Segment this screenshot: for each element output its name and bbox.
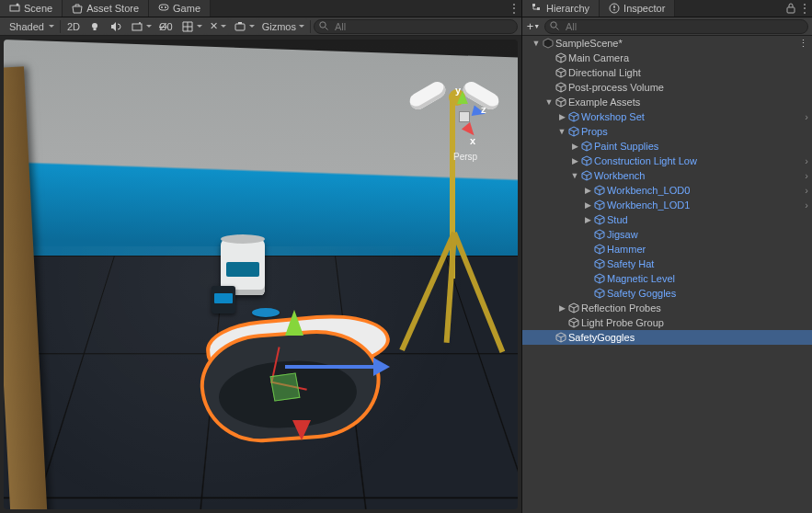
scene-viewport[interactable]: y z x Persp — [0, 36, 521, 513]
prefab-icon — [594, 214, 605, 225]
expand-arrow-icon[interactable]: ▶ — [570, 142, 579, 151]
hierarchy-item[interactable]: ▼Workbench› — [522, 168, 812, 183]
expand-arrow-icon[interactable]: ▶ — [570, 156, 579, 165]
tab-asset-store-label: Asset Store — [86, 3, 139, 14]
pane-menu-icon[interactable]: ⋮ — [507, 2, 521, 15]
gizmos-toggle[interactable]: Gizmos — [258, 18, 307, 35]
hierarchy-item-label: Directional Light — [568, 67, 641, 78]
hierarchy-item[interactable]: ▼Props — [522, 124, 812, 139]
enter-prefab-icon[interactable]: › — [805, 155, 812, 166]
hierarchy-item-label: Workbench — [594, 170, 645, 181]
grid-toggle[interactable] — [177, 18, 205, 35]
gameobject-icon — [555, 67, 566, 78]
hierarchy-item-label: Safety Goggles — [607, 288, 676, 299]
scene-safety-goggles[interactable] — [200, 314, 388, 448]
projection-label[interactable]: Persp — [453, 152, 477, 162]
orientation-gizmo[interactable]: y z x Persp — [437, 89, 492, 144]
scene-menu-icon[interactable]: ⋮ — [798, 38, 812, 50]
axis-cube-icon[interactable] — [459, 111, 470, 122]
hierarchy-item-label: Jigsaw — [607, 229, 638, 240]
scene-search-box[interactable] — [314, 19, 518, 34]
tab-hierarchy[interactable]: Hierarchy — [522, 0, 600, 17]
hierarchy-item[interactable]: ▶Reflection Probes — [522, 301, 812, 315]
hierarchy-item-label: Safety Hat — [607, 258, 654, 269]
hierarchy-item[interactable]: ▶Workbench_LOD1› — [522, 198, 812, 212]
hierarchy-tree[interactable]: ▼SampleScene*⋮▶Main Camera▶Directional L… — [522, 36, 812, 513]
prefab-icon — [594, 273, 605, 284]
hierarchy-item-label: Workshop Set — [581, 111, 645, 122]
hierarchy-item[interactable]: ▶Paint Supplies — [522, 139, 812, 154]
expand-arrow-icon[interactable]: ▼ — [532, 39, 541, 48]
tab-game-label: Game — [173, 3, 200, 14]
prefab-icon — [581, 155, 592, 166]
move-gizmo-y-icon[interactable] — [285, 310, 303, 336]
lighting-toggle[interactable] — [85, 18, 105, 35]
hierarchy-item-label: SafetyGoggles — [568, 332, 635, 343]
tools-toggle[interactable]: ✕ — [206, 18, 229, 35]
enter-prefab-icon[interactable]: › — [805, 111, 812, 122]
hierarchy-item-label: Stud — [607, 214, 628, 225]
enter-prefab-icon[interactable]: › — [805, 185, 812, 196]
hierarchy-item[interactable]: ▼Example Assets — [522, 95, 812, 109]
tab-game[interactable]: Game — [149, 0, 211, 17]
hierarchy-item[interactable]: ▶Stud — [522, 212, 812, 227]
store-icon — [72, 3, 83, 14]
hierarchy-item[interactable]: ▶Workshop Set› — [522, 109, 812, 124]
prefab-icon — [568, 111, 579, 122]
hierarchy-item[interactable]: ▶Workbench_LOD0› — [522, 183, 812, 198]
expand-arrow-icon[interactable]: ▼ — [544, 97, 554, 107]
expand-arrow-icon[interactable]: ▶ — [583, 186, 592, 195]
right-tabs: Hierarchy Inspector ⋮ — [522, 0, 812, 17]
prefab-icon — [594, 244, 605, 255]
gameobject-icon — [568, 302, 579, 314]
shading-mode-select[interactable]: Shaded — [4, 18, 57, 35]
move-gizmo-plane-icon[interactable] — [270, 372, 301, 401]
hierarchy-search-box[interactable] — [544, 19, 808, 34]
tools-icon: ✕ — [210, 20, 218, 32]
expand-arrow-icon[interactable]: ▼ — [557, 127, 566, 136]
lock-icon[interactable] — [784, 2, 797, 15]
hierarchy-item[interactable]: ▶Construction Light Low› — [522, 154, 812, 168]
gameobject-icon — [555, 52, 566, 63]
enter-prefab-icon[interactable]: › — [805, 200, 812, 211]
hidden-toggle[interactable]: Ø0 — [155, 18, 177, 35]
scene-search-input[interactable] — [335, 21, 513, 32]
camera-toggle[interactable] — [230, 18, 257, 35]
tab-scene[interactable]: Scene — [0, 0, 63, 17]
hierarchy-item-label: Paint Supplies — [594, 141, 658, 152]
hierarchy-item[interactable]: ▶Magnetic Level — [522, 271, 812, 286]
tab-asset-store[interactable]: Asset Store — [63, 0, 149, 17]
expand-arrow-icon[interactable]: ▶ — [583, 200, 592, 210]
expand-arrow-icon[interactable]: ▶ — [557, 112, 566, 121]
hierarchy-item[interactable]: ▶Safety Goggles — [522, 286, 812, 301]
tab-inspector[interactable]: Inspector — [600, 0, 675, 17]
hierarchy-item[interactable]: ▶Safety Hat — [522, 256, 812, 271]
hierarchy-item-label: Props — [581, 126, 608, 137]
audio-toggle[interactable] — [106, 18, 126, 35]
hierarchy-item[interactable]: ▶Light Probe Group — [522, 315, 812, 330]
hierarchy-item[interactable]: ▶Post-process Volume — [522, 80, 812, 95]
hierarchy-item[interactable]: ▶SafetyGoggles — [522, 330, 812, 345]
prefab-icon — [594, 288, 605, 299]
prefab-icon — [581, 170, 592, 181]
create-button[interactable]: +▼ — [526, 19, 541, 34]
hierarchy-item[interactable]: ▶Hammer — [522, 242, 812, 256]
pane-menu-icon[interactable]: ⋮ — [797, 2, 812, 15]
expand-arrow-icon[interactable]: ▼ — [570, 171, 579, 180]
fx-toggle[interactable] — [127, 18, 154, 35]
expand-arrow-icon[interactable]: ▶ — [583, 215, 592, 224]
hierarchy-search-input[interactable] — [566, 21, 804, 32]
hierarchy-item-label: SampleScene* — [555, 38, 623, 49]
hierarchy-item[interactable]: ▼SampleScene*⋮ — [522, 36, 812, 51]
move-gizmo-down-icon[interactable] — [292, 420, 311, 440]
gameobject-icon — [568, 317, 579, 328]
hierarchy-item[interactable]: ▶Main Camera — [522, 51, 812, 65]
hierarchy-item-label: Construction Light Low — [594, 155, 697, 166]
enter-prefab-icon[interactable]: › — [805, 170, 812, 181]
hierarchy-item[interactable]: ▶Jigsaw — [522, 227, 812, 242]
toggle-2d-button[interactable]: 2D — [63, 18, 84, 35]
expand-arrow-icon[interactable]: ▶ — [557, 303, 566, 313]
hierarchy-item[interactable]: ▶Directional Light — [522, 65, 812, 80]
hierarchy-item-label: Main Camera — [568, 52, 629, 63]
scene-icon — [9, 3, 20, 14]
